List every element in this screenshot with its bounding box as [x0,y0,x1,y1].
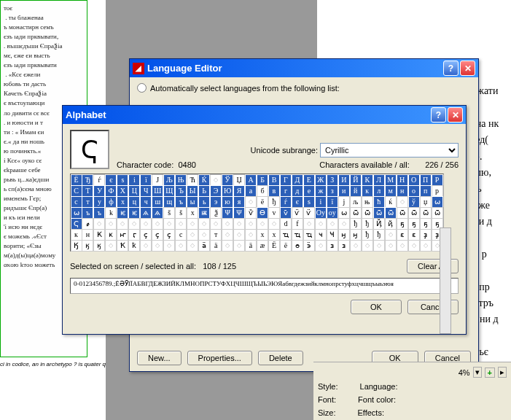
char-cell[interactable]: ќ [385,196,397,208]
char-cell[interactable]: ҫ [140,229,152,241]
char-cell[interactable]: х [117,196,128,208]
char-cell[interactable]: ѿ [350,207,362,219]
char-cell[interactable]: Ю [222,185,233,197]
char-cell[interactable]: ѿ [362,207,373,219]
char-cell[interactable]: ђ [350,218,362,230]
char-cell[interactable]: ъ [175,196,187,208]
char-cell[interactable]: ӷ [128,229,140,241]
char-cell[interactable]: ◇ [268,218,280,230]
new-button[interactable]: New... [137,351,182,365]
char-cell[interactable]: с [175,229,187,241]
char-cell[interactable]: ◇ [397,196,408,208]
selected-characters-field[interactable]: 0-0123456789.;ЁӘӮІЇАБВГДЕЖЗИЙКЛМНОПРСТУФ… [70,278,459,294]
char-cell[interactable]: Я [233,185,245,197]
char-cell[interactable]: ◇ [152,240,163,252]
char-cell[interactable]: Џ [233,174,245,186]
char-cell[interactable]: ў [408,196,420,208]
char-cell[interactable]: ҝ [105,229,117,241]
char-cell[interactable]: М [385,174,397,186]
char-cell[interactable]: Б [257,174,268,186]
char-cell[interactable]: s [303,196,315,208]
char-cell[interactable]: Ҋ [373,218,385,230]
arrow-icon[interactable]: ▸ [498,367,507,378]
char-cell[interactable]: т [82,196,93,208]
char-cell[interactable]: ь [198,196,210,208]
char-cell[interactable]: к [71,229,82,241]
char-cell[interactable]: ◇ [373,240,385,252]
char-cell[interactable]: ѡ [71,207,82,219]
char-cell[interactable]: д [292,185,303,197]
char-cell[interactable]: ◇ [140,218,152,230]
char-cell[interactable]: ◇ [233,229,245,241]
char-cell[interactable]: ѥ [117,207,128,219]
char-cell[interactable]: ◇ [245,218,257,230]
char-cell[interactable]: Ы [187,185,198,197]
char-cell[interactable]: ◇ [350,240,362,252]
char-cell[interactable]: х [257,229,268,241]
help-button[interactable]: ? [443,61,459,76]
char-cell[interactable]: П [420,174,432,186]
char-cell[interactable]: ӄ [82,240,93,252]
char-cell[interactable]: ђ [268,196,280,208]
char-cell[interactable]: Ё [71,174,82,186]
char-cell[interactable]: е [303,185,315,197]
char-cell[interactable]: г [280,185,292,197]
char-cell[interactable]: ҵ [303,229,315,241]
char-cell[interactable]: æ [257,240,268,252]
char-cell[interactable]: ы [187,196,198,208]
char-cell[interactable]: к [362,185,373,197]
char-cell[interactable]: ҵ [280,229,292,241]
char-cell[interactable]: ҫ [152,229,163,241]
char-cell[interactable]: ѯ [210,207,222,219]
char-cell[interactable]: ◇ [140,240,152,252]
char-cell[interactable]: ѭ [198,207,210,219]
char-cell[interactable]: ä [210,240,222,252]
char-cell[interactable]: ӈ [350,229,362,241]
char-cell[interactable]: ◇ [420,240,432,252]
char-cell[interactable]: Щ [163,185,175,197]
char-cell[interactable]: Ҝ [93,229,105,241]
char-cell[interactable]: ◇ [187,240,198,252]
char-cell[interactable]: ӭ [303,240,315,252]
char-cell[interactable]: v [268,207,280,219]
char-cell[interactable]: ф [105,196,117,208]
char-cell[interactable]: ◇ [397,240,408,252]
char-cell[interactable]: ◇ [222,240,233,252]
char-cell[interactable]: Ј [152,174,163,186]
char-cell[interactable]: с [71,196,82,208]
char-cell[interactable]: ◇ [117,218,128,230]
char-cell[interactable]: Ë [268,240,280,252]
char-cell[interactable]: я [233,196,245,208]
char-cell[interactable]: š [163,207,175,219]
char-cell[interactable]: є [105,174,117,186]
char-cell[interactable]: ◇ [385,229,397,241]
char-cell[interactable]: щ [163,196,175,208]
grid-scrollbar[interactable] [440,228,451,334]
close-button[interactable]: ✕ [448,107,463,122]
char-cell[interactable]: ҕ [420,218,432,230]
char-cell[interactable]: Л [373,174,385,186]
dropdown-icon[interactable]: ▾ [473,367,482,378]
char-cell[interactable]: ѷ [245,207,257,219]
char-cell[interactable]: ҕ [408,218,420,230]
char-cell[interactable]: Ψ [222,207,233,219]
char-cell[interactable]: ѵ̈ [292,207,303,219]
char-cell[interactable]: ө [292,240,303,252]
char-cell[interactable]: й [350,185,362,197]
char-cell[interactable]: И [338,174,350,186]
char-cell[interactable]: d [280,218,292,230]
char-cell[interactable]: ж [315,185,327,197]
char-cell[interactable]: ◇ [303,218,315,230]
char-cell[interactable]: ӄ [93,240,105,252]
char-cell[interactable]: v̄ [280,207,292,219]
char-cell[interactable]: ◇ [222,218,233,230]
char-cell[interactable]: ѓ [93,174,105,186]
char-cell[interactable]: ҵ [292,229,303,241]
char-cell[interactable]: ɜ [338,240,350,252]
char-cell[interactable]: л [373,185,385,197]
char-cell[interactable]: ӓ [198,240,210,252]
char-cell[interactable]: ё [257,196,268,208]
char-cell[interactable]: Э [210,185,222,197]
char-cell[interactable]: ѿ [373,207,385,219]
char-cell[interactable]: Ҁ [71,218,82,230]
